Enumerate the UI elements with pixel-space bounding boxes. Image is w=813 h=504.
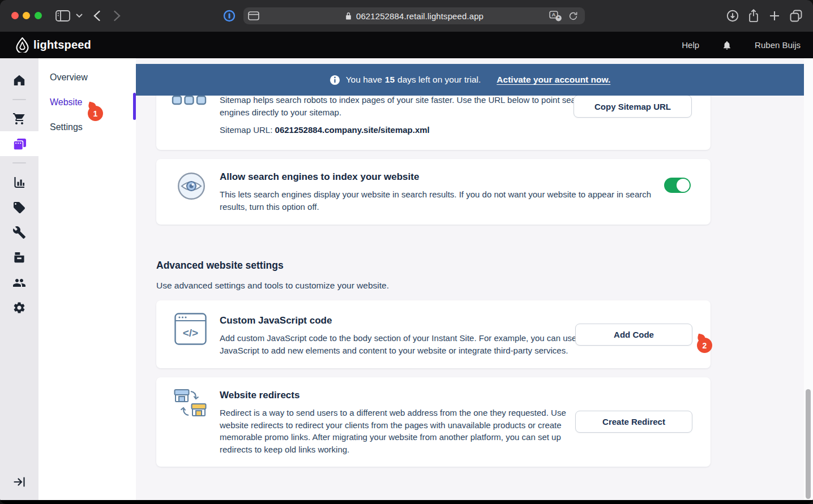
wrench-icon[interactable] (12, 226, 26, 239)
minimize-window-button[interactable] (23, 12, 30, 19)
website-step-badge: 1 (88, 106, 103, 121)
subnav-item-settings[interactable]: Settings (50, 122, 83, 132)
bar-chart-icon[interactable] (12, 175, 26, 189)
add-code-button[interactable]: Add Code (575, 324, 692, 346)
active-item-indicator (133, 93, 136, 120)
code-window-icon: </> (174, 313, 207, 345)
trial-message: You have 15 days left on your trial. (346, 75, 481, 85)
extension-window-icon[interactable] (248, 11, 259, 20)
search-indexing-card: Allow search engines to index your websi… (156, 159, 711, 225)
bell-icon[interactable] (722, 40, 732, 51)
subnav-item-overview[interactable]: Overview (50, 72, 88, 83)
svg-text:*: * (558, 15, 560, 21)
back-button[interactable] (93, 10, 101, 21)
trial-text-after: days left on your trial. (397, 75, 481, 85)
browser-toolbar: 0621252884.retail.lightspeed.app A * (0, 0, 813, 32)
info-icon (330, 75, 340, 85)
nav-rail (0, 58, 38, 500)
app-body: Overview Website 1 Settings You have 15 … (0, 58, 813, 500)
custom-js-card: </> Custom JavaScript code Add custom Ja… (156, 300, 711, 368)
redirects-description: Redirect is a way to send users to a dif… (220, 407, 585, 455)
redirects-card: Website redirects Redirect is a way to s… (156, 377, 711, 467)
home-icon[interactable] (12, 74, 26, 87)
close-window-button[interactable] (11, 12, 19, 19)
browser-window: 0621252884.retail.lightspeed.app A * (0, 0, 813, 504)
sitemap-url-line: Sitemap URL: 0621252884.company.site/sit… (220, 124, 588, 136)
help-link[interactable]: Help (682, 40, 699, 50)
tab-overview-button[interactable] (789, 9, 803, 23)
redirect-shops-icon (173, 387, 208, 420)
user-menu[interactable]: Ruben Buijs (755, 40, 801, 50)
gear-icon[interactable] (12, 301, 26, 315)
svg-text:A: A (551, 11, 555, 18)
zoom-window-button[interactable] (35, 12, 42, 19)
website-pages-icon[interactable] (12, 137, 27, 151)
chevron-down-icon[interactable] (76, 14, 83, 18)
people-icon[interactable] (12, 276, 26, 290)
redirects-title: Website redirects (220, 389, 585, 402)
share-icon[interactable] (747, 8, 760, 23)
new-tab-button[interactable] (769, 10, 780, 21)
search-indexing-toggle[interactable] (664, 178, 691, 193)
sitemap-description: Sitemap helps search robots to index pag… (220, 94, 588, 118)
advanced-settings-subtitle: Use advanced settings and tools to custo… (156, 281, 389, 291)
lightspeed-flame-icon (16, 37, 29, 53)
collapse-sidebar-icon[interactable] (12, 475, 26, 489)
scrollbar-track[interactable] (804, 58, 813, 500)
trial-banner: You have 15 days left on your trial. Act… (136, 64, 804, 96)
onepassword-extension-button[interactable] (223, 10, 236, 22)
subnav-item-website[interactable]: Website (50, 97, 83, 107)
custom-js-title: Custom JavaScript code (220, 315, 591, 327)
rail-divider (12, 162, 26, 163)
lock-icon (345, 11, 352, 20)
downloads-button[interactable] (726, 10, 739, 22)
create-redirect-button[interactable]: Create Redirect (575, 411, 692, 433)
sidebar-toggle-icon[interactable] (55, 10, 70, 21)
trial-days-left: 15 (385, 75, 395, 85)
eye-icon (177, 172, 206, 200)
reload-icon[interactable] (568, 11, 578, 21)
trial-text-before: You have (346, 75, 382, 85)
sitemap-url-label: Sitemap URL: (220, 125, 272, 135)
add-code-step-badge: 2 (697, 338, 712, 353)
brand-wordmark: lightspeed (33, 38, 91, 51)
app-header: lightspeed Help Ruben Buijs (0, 32, 813, 58)
activate-account-link[interactable]: Activate your account now. (497, 75, 610, 85)
custom-js-description: Add custom JavaScript code to the body s… (220, 332, 591, 356)
lightspeed-logo[interactable]: lightspeed (16, 37, 91, 53)
indexing-description: This lets search engines display your we… (220, 188, 661, 213)
store-box-icon[interactable] (12, 251, 26, 264)
advanced-settings-title: Advanced website settings (156, 260, 284, 272)
copy-sitemap-url-button[interactable]: Copy Sitemap URL (574, 95, 692, 118)
rail-divider (12, 99, 26, 100)
forward-button[interactable] (113, 10, 121, 21)
tag-icon[interactable] (12, 201, 26, 214)
subnav: Overview Website 1 Settings (38, 58, 136, 500)
cart-icon[interactable] (12, 112, 26, 126)
scrollbar-thumb[interactable] (806, 389, 811, 499)
address-bar[interactable]: 0621252884.retail.lightspeed.app A * (243, 7, 585, 24)
url-text: 0621252884.retail.lightspeed.app (356, 11, 483, 21)
indexing-title: Allow search engines to index your websi… (220, 171, 661, 183)
svg-text:</>: </> (183, 327, 198, 339)
sitemap-url-value: 0621252884.company.site/sitemap.xml (275, 125, 430, 135)
translate-icon[interactable]: A * (549, 11, 562, 21)
